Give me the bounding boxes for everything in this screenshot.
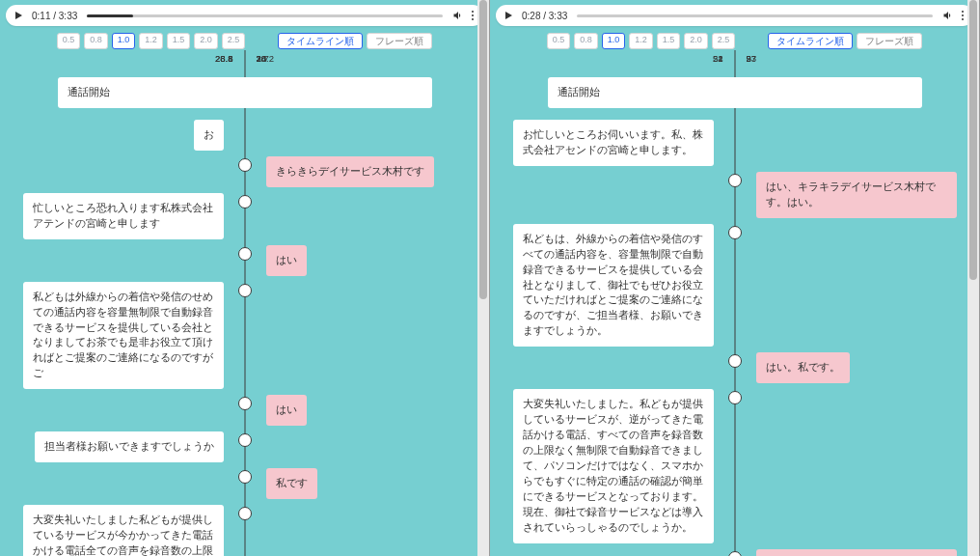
entry: 24.2担当者様お願いできますでしょうか: [0, 431, 489, 462]
speed-button[interactable]: 1.5: [657, 33, 681, 49]
tab-phrase[interactable]: フレーズ順: [367, 33, 432, 49]
scrollbar[interactable]: [477, 0, 489, 556]
timeline-dot: [728, 391, 742, 404]
caller-bubble[interactable]: 私どもは、外線からの着信や発信のすべての通話内容を、容量無制限で自動録音できるサ…: [513, 224, 714, 348]
header-bubble[interactable]: 通話開始: [548, 77, 922, 108]
timeline-dot: [238, 247, 252, 261]
timeline: 通話開始お忙しいところお伺いいます。私、株式会社アセンドの宮崎と申します。1はい…: [490, 50, 979, 556]
timeline-dot: [238, 507, 252, 520]
callee-bubble[interactable]: はい: [266, 245, 307, 276]
speed-button[interactable]: 1.0: [602, 33, 626, 49]
timeline-dot: [728, 551, 742, 556]
controls-row: 0.50.81.01.21.52.02.5タイムライン順フレーズ順: [0, 33, 489, 49]
header-bubble[interactable]: 通話開始: [58, 77, 432, 108]
scrollbar-thumb[interactable]: [969, 0, 977, 280]
entry: 1はい、キラキラデイサービス木村です。はい。: [490, 172, 979, 218]
more-icon[interactable]: [472, 11, 474, 20]
play-icon[interactable]: [15, 12, 22, 19]
callee-bubble[interactable]: 私です: [266, 468, 317, 499]
entry: 通話開始: [490, 77, 979, 108]
controls-row: 0.50.81.01.21.52.02.5タイムライン順フレーズ順: [490, 33, 979, 49]
entry: 通話開始: [0, 77, 489, 108]
entry: 9私どもは、外線からの着信や発信のすべての通話内容を、容量無制限で自動録音できる…: [490, 224, 979, 348]
timeline-dot: [238, 195, 252, 208]
caller-bubble[interactable]: 担当者様お願いできますでしょうか: [35, 431, 224, 462]
more-icon[interactable]: [962, 11, 964, 20]
caller-bubble[interactable]: 私どもは外線からの着信や発信のせめての通話内容を容量無制限で自動録音できるサービ…: [23, 282, 224, 390]
callee-bubble[interactable]: はい、キラキラデイサービス木村です。はい。: [756, 172, 957, 218]
audio-player[interactable]: 0:28 / 3:33: [496, 5, 973, 26]
caller-bubble[interactable]: 大変失礼いたしました。私どもが提供しているサービスが、逆がってきた電話かける電話…: [513, 389, 714, 542]
player-time: 0:11 / 3:33: [32, 11, 77, 21]
entry: 8.8はい: [0, 245, 489, 276]
speed-button[interactable]: 0.8: [574, 33, 598, 49]
seek-track[interactable]: [577, 14, 933, 17]
timeline-dot: [728, 354, 742, 368]
entries-list: 通話開始お忙しいところお伺いいます。私、株式会社アセンドの宮崎と申します。1はい…: [490, 50, 979, 556]
speed-button[interactable]: 1.2: [139, 33, 163, 49]
entry: お忙しいところお伺いいます。私、株式会社アセンドの宮崎と申します。: [490, 120, 979, 166]
audio-player[interactable]: 0:11 / 3:33: [6, 5, 483, 26]
entry: 3.7忙しいところ恐れ入ります私株式会社アテンドの宮崎と申します: [0, 193, 489, 239]
entry: 52いえ、あんまり録音機能を使うことはないです。: [490, 549, 979, 556]
caller-bubble[interactable]: お忙しいところお伺いいます。私、株式会社アセンドの宮崎と申します。: [513, 120, 714, 166]
entry: 1きらきらデイサービス木村です: [0, 156, 489, 187]
timeline-dot: [728, 226, 742, 239]
entry: 24はい。私です。: [490, 352, 979, 383]
tab-timeline[interactable]: タイムライン順: [278, 33, 363, 49]
entry: 27大変失礼いたしました。私どもが提供しているサービスが、逆がってきた電話かける…: [490, 389, 979, 542]
entry: 10私どもは外線からの着信や発信のせめての通話内容を容量無制限で自動録音できるサ…: [0, 282, 489, 390]
speed-button[interactable]: 0.5: [547, 33, 571, 49]
callee-bubble[interactable]: はい。私です。: [756, 352, 850, 383]
volume-icon[interactable]: [942, 10, 954, 21]
scrollbar-thumb[interactable]: [479, 0, 487, 299]
entry: 28大変失礼いたしました私どもが提供しているサービスが今かかってきた電話かける電…: [0, 505, 489, 556]
scrollbar[interactable]: [967, 0, 979, 556]
seek-track[interactable]: [87, 14, 443, 17]
entry: 26.5私です: [0, 468, 489, 499]
timestamp: 26.5: [215, 53, 233, 64]
timestamp: 53: [747, 53, 757, 64]
timeline-dot: [238, 433, 252, 447]
callee-bubble[interactable]: いえ、あんまり録音機能を使うことはないです。: [756, 549, 957, 556]
caller-bubble[interactable]: お: [194, 120, 224, 151]
timeline-dot: [238, 284, 252, 297]
play-icon[interactable]: [505, 12, 512, 19]
speed-button[interactable]: 0.8: [84, 33, 108, 49]
speed-button[interactable]: 0.5: [57, 33, 81, 49]
tab-phrase[interactable]: フレーズ順: [857, 33, 922, 49]
speed-button[interactable]: 2.5: [222, 33, 246, 49]
speed-button[interactable]: 1.2: [629, 33, 653, 49]
speed-button[interactable]: 2.5: [712, 33, 736, 49]
entry: お: [0, 120, 489, 151]
speed-button[interactable]: 2.0: [194, 33, 218, 49]
timeline-dot: [238, 397, 252, 410]
tab-timeline[interactable]: タイムライン順: [768, 33, 853, 49]
volume-icon[interactable]: [452, 10, 464, 21]
player-time: 0:28 / 3:33: [522, 11, 567, 21]
caller-bubble[interactable]: 忙しいところ恐れ入ります私株式会社アテンドの宮崎と申します: [23, 193, 224, 239]
callee-bubble[interactable]: きらきらデイサービス木村です: [266, 156, 434, 187]
timestamp: 52: [713, 53, 723, 64]
callee-bubble[interactable]: はい: [266, 395, 307, 426]
entry: 23.8はい: [0, 395, 489, 426]
timestamp: 28: [257, 53, 267, 64]
caller-bubble[interactable]: 大変失礼いたしました私どもが提供しているサービスが今かかってきた電話かける電話全…: [23, 505, 224, 556]
speed-button[interactable]: 2.0: [684, 33, 708, 49]
speed-button[interactable]: 1.5: [167, 33, 191, 49]
timeline: 通話開始お1きらきらデイサービス木村です3.7忙しいところ恐れ入ります私株式会社…: [0, 50, 489, 556]
timeline-dot: [728, 174, 742, 187]
panel-right: 0:28 / 3:330.50.81.01.21.52.02.5タイムライン順フ…: [490, 0, 980, 556]
entries-list: 通話開始お1きらきらデイサービス木村です3.7忙しいところ恐れ入ります私株式会社…: [0, 50, 489, 556]
timeline-dot: [238, 470, 252, 484]
timeline-dot: [238, 158, 252, 172]
speed-button[interactable]: 1.0: [112, 33, 136, 49]
panel-left: 0:11 / 3:330.50.81.01.21.52.02.5タイムライン順フ…: [0, 0, 490, 556]
